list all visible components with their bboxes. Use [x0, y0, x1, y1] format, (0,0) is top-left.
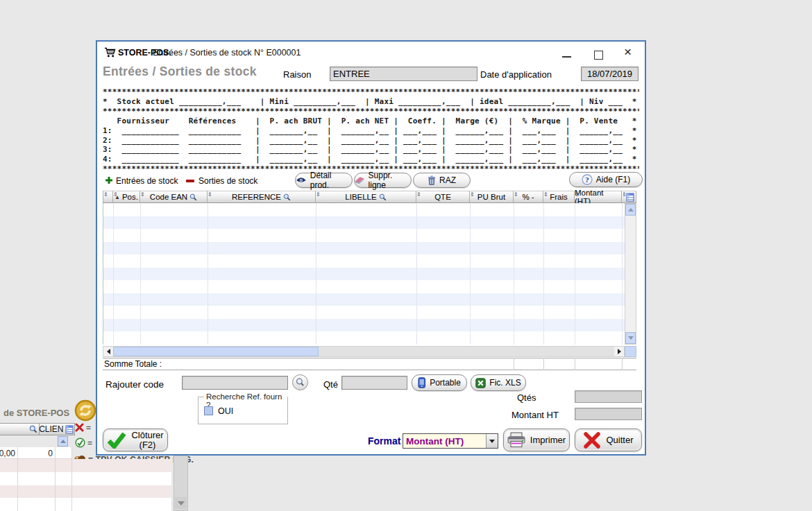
cloturer-label: Clôturer	[131, 430, 163, 440]
eye-icon	[296, 177, 307, 184]
table-body[interactable]	[103, 203, 625, 345]
scroll-down-button[interactable]	[175, 497, 187, 509]
window-title: Entrées / Sorties de stock N° E000001	[153, 48, 301, 58]
horizontal-scroll-thumb[interactable]	[113, 347, 319, 356]
portable-label: Portable	[430, 378, 461, 388]
table-row[interactable]	[103, 254, 625, 268]
date-application-label: Date d'application	[480, 69, 552, 80]
clients-scroll-up-button[interactable]	[58, 436, 68, 447]
table-row[interactable]	[103, 229, 625, 242]
table-row[interactable]	[103, 319, 625, 332]
imprimer-button[interactable]: Imprimer	[503, 428, 570, 451]
search-code-button[interactable]	[292, 374, 308, 390]
date-application-input[interactable]: 18/07/2019	[581, 67, 638, 81]
column-label: REFERENCE	[232, 193, 281, 201]
dropdown-arrow-button[interactable]	[486, 434, 498, 448]
arrow-right-icon	[618, 349, 621, 354]
oui-checkbox[interactable]	[204, 406, 213, 415]
raison-label: Raison	[283, 69, 311, 80]
column-header-grid-button[interactable]: ⇕	[622, 191, 636, 203]
minimize-button[interactable]	[562, 56, 571, 58]
table-row[interactable]	[103, 306, 625, 319]
table-header-row: ⇕⇕▲Pos.⇕Code EAN⇕REFERENCE⇕LIBELLE⇕QTE⇕P…	[103, 191, 636, 203]
scroll-right-button[interactable]	[614, 347, 624, 356]
background-scrollbar[interactable]	[174, 456, 188, 511]
qtes-label: Qtés	[517, 392, 536, 403]
aide-button[interactable]: ? Aide (F1)	[569, 172, 643, 187]
scroll-up-button[interactable]	[625, 204, 636, 216]
table-row[interactable]	[103, 268, 625, 281]
stock-dialog-window: STORE-POS. Entrées / Sorties de stock N°…	[96, 40, 646, 456]
raison-input[interactable]: ENTREE	[330, 67, 477, 81]
sort-updown-icon: ⇕	[208, 192, 212, 198]
table-row[interactable]	[103, 293, 625, 306]
qte-input[interactable]	[341, 376, 407, 390]
column-header-libelle[interactable]: ⇕LIBELLE	[316, 191, 416, 203]
column-header--[interactable]: ⇕% -	[514, 191, 543, 203]
search-icon	[379, 193, 387, 201]
printer-icon	[507, 432, 525, 448]
column-header-reference[interactable]: ⇕REFERENCE	[208, 191, 316, 203]
cloturer-button[interactable]: Clôturer (F2)	[103, 428, 168, 451]
sort-updown-icon: ⇕	[316, 192, 321, 198]
format-selected-value: Montant (HT)	[403, 436, 486, 447]
amount-cell: 0,00	[0, 449, 15, 458]
table-vertical-scrollbar[interactable]	[625, 203, 636, 345]
raz-button[interactable]: RAZ	[413, 173, 471, 188]
column-label: % -	[522, 193, 534, 201]
fic-xls-button[interactable]: Fic. XLS	[471, 374, 526, 391]
cloturer-key-label: (F2)	[139, 440, 156, 450]
column-label: Code EAN	[150, 193, 187, 201]
entrees-legend-label: Entrées de stock	[116, 176, 178, 186]
aide-label: Aide (F1)	[596, 175, 630, 184]
column-header-frais[interactable]: ⇕Frais	[543, 191, 575, 203]
stock-info-panel: ****************************************…	[103, 87, 639, 172]
table-row[interactable]	[103, 203, 625, 216]
column-header-montant-ht-[interactable]: ⇕Montant (HT)	[575, 191, 622, 203]
maximize-button[interactable]	[594, 51, 603, 60]
dialog-titlebar[interactable]: STORE-POS. Entrées / Sorties de stock N°…	[97, 42, 645, 62]
clients-col-blank[interactable]	[0, 423, 40, 435]
quitter-button[interactable]: Quitter	[575, 428, 642, 451]
sync-coin-icon[interactable]	[74, 399, 96, 422]
search-icon	[296, 378, 305, 387]
scroll-down-button[interactable]	[625, 332, 636, 344]
count-cell: 0	[48, 449, 53, 458]
column-header-pu-brut[interactable]: ⇕PU Brut	[470, 191, 514, 203]
raison-value: ENTREE	[333, 69, 370, 79]
imprimer-label: Imprimer	[530, 435, 566, 445]
oui-label: OUI	[218, 406, 233, 416]
column-header-qte[interactable]: ⇕QTE	[416, 191, 470, 203]
sort-updown-icon: ⇕	[416, 192, 421, 198]
sort-updown-icon: ⇕	[140, 192, 145, 198]
x-legend-text: =	[86, 423, 91, 433]
format-dropdown[interactable]: Montant (HT)	[403, 433, 498, 449]
scroll-left-button[interactable]	[103, 347, 113, 356]
table-row[interactable]	[103, 331, 625, 345]
close-button[interactable]: ×	[624, 44, 632, 60]
portable-button[interactable]: Portable	[412, 374, 467, 391]
rajouter-code-input[interactable]	[182, 376, 288, 390]
plus-icon	[105, 177, 112, 184]
chevron-down-icon	[489, 440, 495, 443]
column-header-pos-[interactable]: ⇕▲Pos.	[113, 191, 140, 203]
table-row[interactable]	[103, 280, 625, 293]
table-row[interactable]	[103, 242, 625, 255]
column-header-spacer[interactable]: ⇕	[103, 191, 113, 203]
shopping-cart-icon	[104, 47, 116, 58]
table-row[interactable]	[103, 216, 625, 229]
clients-grid-button[interactable]	[64, 423, 75, 435]
sort-updown-icon: ⇕	[103, 192, 108, 198]
suppr-ligne-button[interactable]: Suppr. ligne	[354, 173, 412, 188]
check-circle-icon	[75, 438, 85, 448]
somme-totale-row: Somme Totale :	[103, 358, 636, 370]
arrow-down-icon	[628, 336, 634, 340]
background-table-rows	[0, 459, 171, 511]
search-icon	[283, 193, 291, 201]
table-horizontal-scrollbar[interactable]	[103, 346, 625, 357]
sort-updown-icon: ⇕	[575, 192, 580, 198]
column-header-code-ean[interactable]: ⇕Code EAN	[140, 191, 208, 203]
detail-prod-button[interactable]: Détail prod.	[295, 173, 353, 188]
qtes-field	[575, 390, 642, 403]
clients-row[interactable]: 0,00 0	[0, 447, 71, 459]
